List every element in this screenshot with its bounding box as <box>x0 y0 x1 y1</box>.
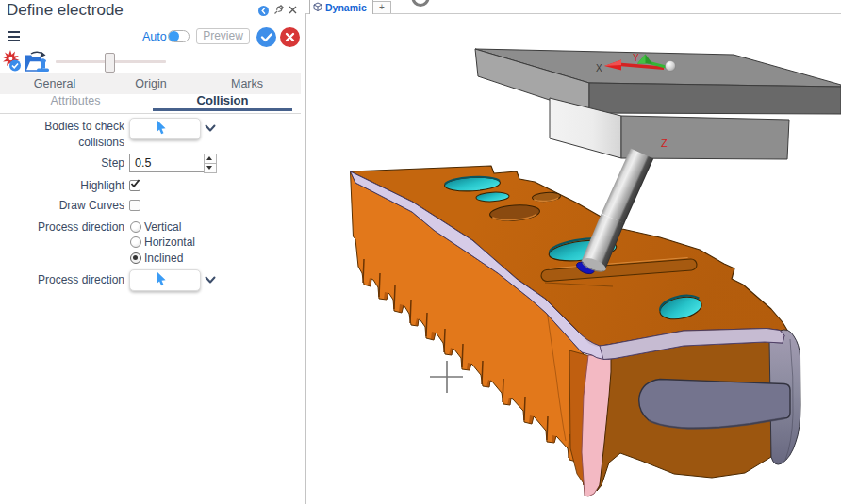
svg-text:Y: Y <box>633 53 639 63</box>
svg-text:Z: Z <box>661 138 668 149</box>
svg-text:X: X <box>596 63 602 73</box>
